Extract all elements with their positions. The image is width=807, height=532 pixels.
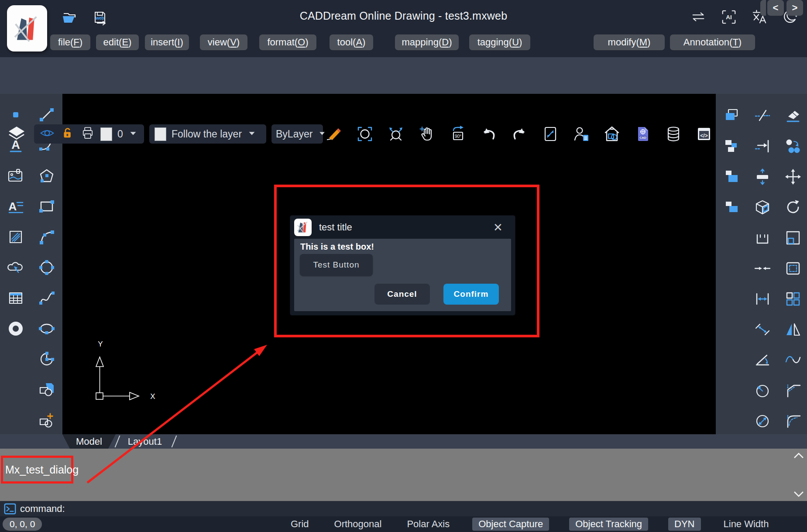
- scroll-up-icon[interactable]: [793, 452, 804, 459]
- rotate-view-90-icon[interactable]: 90°: [449, 125, 467, 143]
- menu-mapping[interactable]: mapping(D): [395, 34, 459, 50]
- move-icon[interactable]: [784, 168, 802, 185]
- status-toggles: GridOrthogonalPolar AxisObject CaptureOb…: [288, 516, 771, 532]
- measure-parallel-icon[interactable]: [754, 321, 771, 338]
- status-object-capture[interactable]: Object Capture: [472, 518, 549, 531]
- scroll-down-icon[interactable]: [793, 491, 804, 498]
- rotate-icon[interactable]: [784, 199, 802, 216]
- menu-edit[interactable]: edit(E): [96, 34, 139, 50]
- zoom-extents-icon[interactable]: [387, 125, 405, 143]
- layers-icon[interactable]: [6, 124, 27, 144]
- status-dyn[interactable]: DYN: [668, 518, 701, 531]
- draw-spline-icon[interactable]: [38, 289, 55, 307]
- draw-donut-icon[interactable]: [7, 320, 24, 337]
- history-command-text: Mx_test_dialog: [5, 463, 79, 476]
- insert-image-icon[interactable]: [7, 167, 24, 185]
- draw-line-icon[interactable]: [38, 106, 55, 124]
- insert-table-icon[interactable]: [7, 289, 24, 307]
- cad-file-icon[interactable]: CAD: [634, 125, 652, 143]
- tab-layout1[interactable]: Layout1: [119, 434, 171, 449]
- pan-hand-icon[interactable]: [418, 125, 436, 143]
- menu-scroll-next-button[interactable]: >: [786, 0, 803, 16]
- menu-overflow-sliver[interactable]: [760, 0, 766, 16]
- measure-angle-icon[interactable]: [754, 351, 771, 369]
- extend-icon[interactable]: [754, 137, 771, 155]
- draw-mtext-icon[interactable]: A: [7, 198, 24, 215]
- draw-circle-icon[interactable]: [38, 259, 55, 276]
- revision-cloud-icon[interactable]: [7, 259, 24, 276]
- view-3d-icon[interactable]: [754, 199, 771, 216]
- swap-horizontal-icon[interactable]: [689, 8, 707, 26]
- menu-insert[interactable]: insert(I): [145, 34, 189, 50]
- measure-distance-icon[interactable]: [754, 290, 771, 308]
- ai-recognize-icon[interactable]: AI: [720, 8, 738, 26]
- status-grid[interactable]: Grid: [288, 518, 312, 531]
- break-object-icon[interactable]: [754, 107, 771, 124]
- copy-overlap-icon[interactable]: [723, 168, 741, 185]
- home-draw-icon[interactable]: [603, 125, 621, 143]
- copy-object-icon[interactable]: [723, 107, 741, 124]
- draw-polygon-icon[interactable]: [38, 167, 55, 185]
- menu-view[interactable]: view(V): [200, 34, 247, 50]
- draw-pie-arc-icon[interactable]: [38, 350, 55, 368]
- copy-multiple-icon[interactable]: [723, 137, 741, 155]
- printer-icon[interactable]: [80, 126, 95, 142]
- draw-ellipse-icon[interactable]: [38, 320, 55, 337]
- command-prompt: command:: [20, 503, 65, 515]
- measure-radius-icon[interactable]: [754, 382, 771, 399]
- status-orthogonal[interactable]: Orthogonal: [332, 518, 385, 531]
- layer-mode-dropdown[interactable]: Follow the layer: [149, 124, 266, 144]
- window-title: CADDream Online Drawing - test3.mxweb: [0, 10, 807, 22]
- menu-tagging[interactable]: tagging(U): [469, 34, 530, 50]
- match-properties-icon[interactable]: [784, 137, 802, 155]
- status-line-width[interactable]: Line Width: [721, 518, 772, 531]
- draw-point-icon[interactable]: [7, 106, 24, 124]
- menu-scroll-prev-button[interactable]: <: [767, 0, 784, 16]
- menu-modify[interactable]: modify(M): [594, 34, 665, 50]
- eye-icon[interactable]: [39, 125, 55, 143]
- status-object-tracking[interactable]: Object Tracking: [569, 518, 648, 531]
- fillet-icon[interactable]: [784, 412, 802, 430]
- layout-tab-row: Model Layout1: [0, 434, 807, 449]
- insert-block-icon[interactable]: [38, 381, 55, 398]
- draw-rectangle-icon[interactable]: [38, 198, 55, 215]
- svg-text:90°: 90°: [455, 134, 461, 139]
- database-icon[interactable]: [665, 125, 682, 143]
- menu-file[interactable]: file(F): [50, 34, 90, 50]
- color-mode-dropdown[interactable]: ByLayer: [271, 124, 323, 144]
- user-details-icon[interactable]: [573, 125, 590, 143]
- zoom-window-icon[interactable]: [356, 125, 374, 143]
- create-block-icon[interactable]: [38, 412, 55, 429]
- join-icon[interactable]: [754, 260, 771, 277]
- undo-icon[interactable]: [480, 125, 498, 143]
- tab-model[interactable]: Model: [62, 434, 116, 449]
- offset-icon[interactable]: [784, 260, 802, 277]
- scale-icon[interactable]: [784, 229, 802, 247]
- fullscreen-icon[interactable]: [542, 125, 559, 143]
- code-editor-icon[interactable]: </>: [695, 125, 713, 143]
- status-polar-axis[interactable]: Polar Axis: [404, 518, 452, 531]
- stretch-icon[interactable]: [754, 168, 771, 185]
- array-icon[interactable]: [784, 290, 802, 308]
- draw-polyline-arc-icon[interactable]: [38, 228, 55, 246]
- erase-icon[interactable]: [784, 107, 802, 124]
- measure-diameter-icon[interactable]: [754, 412, 771, 430]
- reverse-curve-icon[interactable]: [784, 351, 802, 369]
- menu-tool[interactable]: tool(A): [330, 34, 373, 50]
- unlock-icon[interactable]: [60, 126, 75, 142]
- caret-down-icon[interactable]: [128, 128, 138, 140]
- command-history-panel[interactable]: [0, 449, 807, 501]
- command-bar[interactable]: command:: [0, 501, 807, 516]
- mirror-icon[interactable]: [784, 321, 802, 338]
- sketch-pencil-icon[interactable]: [325, 125, 343, 143]
- draw-hatch-icon[interactable]: [7, 228, 24, 246]
- layer-color-swatch[interactable]: [100, 127, 112, 141]
- chamfer-icon[interactable]: [784, 382, 802, 399]
- break-at-point-icon[interactable]: [754, 229, 771, 247]
- menu-format[interactable]: format(O): [259, 34, 316, 50]
- menu-annotation[interactable]: Annotation(T): [670, 34, 755, 50]
- redo-icon[interactable]: [511, 125, 528, 143]
- annotation-highlight-rect: [274, 185, 539, 337]
- copy-nested-icon[interactable]: [723, 199, 741, 216]
- main-toolbar: 0 Follow the layer ByLayer 90°CAD</>: [0, 57, 807, 94]
